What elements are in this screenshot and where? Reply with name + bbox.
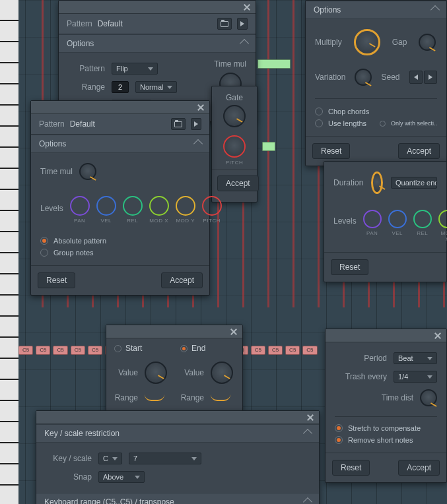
time-dist-label: Time dist <box>335 393 413 402</box>
reset-button[interactable]: Reset <box>331 259 368 275</box>
radio-label: Remove short notes <box>348 436 413 444</box>
titlebar[interactable] <box>59 1 256 14</box>
accept-button[interactable]: Accept <box>217 175 259 191</box>
modx-label: MOD X <box>438 230 447 242</box>
options-header[interactable]: Options <box>31 135 209 153</box>
trash-dropdown[interactable]: 1/4 <box>394 371 437 383</box>
note-c5[interactable]: C5 <box>302 346 317 355</box>
stretch-radio[interactable]: Stretch to compensate <box>335 422 437 434</box>
remove-short-radio[interactable]: Remove short notes <box>335 434 437 446</box>
play-icon <box>240 21 244 26</box>
close-icon[interactable] <box>242 3 252 12</box>
time-dist-knob[interactable] <box>420 389 437 406</box>
period-dropdown[interactable]: Beat <box>394 352 437 364</box>
group-notes-radio[interactable]: Group notes <box>40 247 200 259</box>
pitch-knob[interactable] <box>202 196 222 216</box>
folder-button[interactable] <box>217 18 232 30</box>
options-label: Options <box>314 5 341 15</box>
seed-next-button[interactable] <box>424 71 437 84</box>
reset-button[interactable]: Reset <box>332 460 370 476</box>
vel-knob[interactable] <box>96 196 116 216</box>
close-icon[interactable] <box>433 331 442 340</box>
piano-keyboard[interactable] <box>0 0 18 504</box>
rel-knob[interactable] <box>123 196 143 216</box>
start-value-knob[interactable] <box>145 362 167 384</box>
modx-knob[interactable] <box>149 196 169 216</box>
accept-button[interactable]: Accept <box>398 460 440 476</box>
end-header[interactable]: End <box>180 344 234 353</box>
mody-knob[interactable] <box>176 196 195 216</box>
note-c5[interactable]: C5 <box>268 346 283 355</box>
key-scale-header[interactable]: Key / scale restriction <box>36 424 319 443</box>
gap-knob[interactable] <box>419 34 436 51</box>
note-c5[interactable]: C5 <box>285 346 300 355</box>
play-button[interactable] <box>237 18 248 30</box>
options-header[interactable]: Options <box>306 1 446 19</box>
absolute-pattern-radio[interactable]: Absolute pattern <box>40 235 200 247</box>
clip[interactable] <box>258 59 291 69</box>
pan-knob[interactable] <box>363 210 382 228</box>
pan-knob[interactable] <box>70 196 90 216</box>
close-icon[interactable] <box>306 413 315 422</box>
range-mode-dropdown[interactable]: Normal <box>135 81 177 93</box>
gate-knob[interactable] <box>223 105 246 127</box>
chevron-down-icon <box>135 476 140 479</box>
duration-knob[interactable] <box>371 172 383 194</box>
radio-label: Use lengths <box>328 119 366 127</box>
range-numbox[interactable]: 2 <box>112 81 129 93</box>
play-button[interactable] <box>191 118 201 130</box>
dropdown-value: Flip <box>116 65 128 73</box>
folder-button[interactable] <box>171 118 186 130</box>
seed-prev-button[interactable] <box>409 71 423 84</box>
note-c5[interactable]: C5 <box>251 346 265 355</box>
dropdown-value: 1/4 <box>398 373 408 381</box>
titlebar[interactable] <box>36 411 319 424</box>
titlebar[interactable] <box>106 325 242 338</box>
accept-button[interactable]: Accept <box>161 272 203 288</box>
reset-button[interactable]: Reset <box>312 143 350 159</box>
pattern-label: Pattern <box>39 119 65 129</box>
use-lengths-radio[interactable]: Use lengths <box>315 117 366 129</box>
range-label: Range <box>114 393 138 402</box>
start-header[interactable]: Start <box>114 344 168 353</box>
chevron-down-icon <box>112 457 118 460</box>
end-range-knob[interactable] <box>211 394 230 401</box>
radio-icon <box>315 108 323 115</box>
end-value-knob[interactable] <box>211 362 233 384</box>
scale-dropdown[interactable]: 7 <box>129 453 201 464</box>
titlebar[interactable] <box>31 101 209 114</box>
variation-label: Variation <box>315 73 345 82</box>
dropdown-value: Normal <box>140 83 163 91</box>
note-c5[interactable]: C5 <box>53 346 67 355</box>
modx-label: MOD X <box>149 218 168 224</box>
quantize-dropdown[interactable]: Quantize end <box>391 177 437 189</box>
key-dropdown[interactable]: C <box>98 453 122 464</box>
snap-dropdown[interactable]: Above <box>98 471 145 483</box>
only-selection-radio[interactable]: Only with selecti.. <box>380 118 437 129</box>
pattern-dropdown[interactable]: Flip <box>112 63 158 75</box>
modx-knob[interactable] <box>438 210 447 228</box>
time-mul-knob[interactable] <box>79 163 96 180</box>
radio-icon <box>315 119 323 127</box>
rel-knob[interactable] <box>413 210 432 228</box>
keyboard-range-header[interactable]: Keyboard range (C5..C5) / transpose <box>36 493 319 504</box>
chevron-left-icon <box>414 75 418 80</box>
pitch-knob[interactable] <box>223 135 246 158</box>
close-icon[interactable] <box>229 327 238 336</box>
note-c5[interactable]: C5 <box>71 346 85 355</box>
chop-chords-radio[interactable]: Chop chords <box>315 106 437 117</box>
vel-knob[interactable] <box>388 210 407 228</box>
note-c5[interactable]: C5 <box>88 346 102 355</box>
accept-button[interactable]: Accept <box>398 143 440 159</box>
start-label: Start <box>125 344 142 353</box>
clip[interactable] <box>262 142 275 151</box>
close-icon[interactable] <box>196 103 205 112</box>
titlebar[interactable] <box>326 329 446 342</box>
multiply-knob[interactable] <box>354 29 380 55</box>
variation-knob[interactable] <box>355 69 372 86</box>
start-range-knob[interactable] <box>145 394 164 401</box>
options-header[interactable]: Options <box>59 34 256 53</box>
reset-button[interactable]: Reset <box>38 272 75 288</box>
note-c5[interactable]: C5 <box>36 346 50 355</box>
note-c5[interactable]: C5 <box>18 346 33 355</box>
